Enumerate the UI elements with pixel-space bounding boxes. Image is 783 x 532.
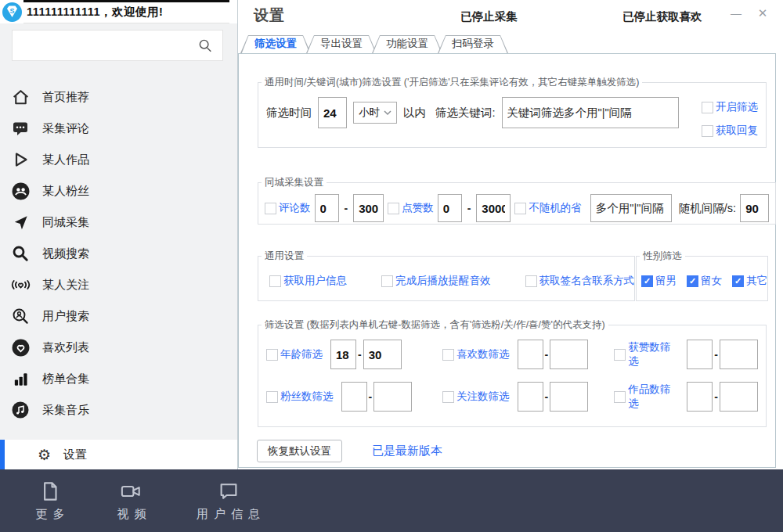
tab-function-settings[interactable]: 功能设置 (372, 35, 442, 53)
checkbox-box[interactable] (514, 203, 526, 214)
location-arrow-icon (9, 212, 31, 232)
status-collect: 已停止采集 (460, 9, 518, 24)
checkbox-box[interactable] (687, 275, 698, 287)
footer-item-video[interactable]: 视频 (110, 480, 153, 522)
footer-item-more[interactable]: 更多 (28, 480, 72, 522)
tab-export-settings[interactable]: 导出设置 (306, 35, 377, 53)
sidebar-item-fans[interactable]: 某人粉丝 (0, 175, 237, 207)
checkbox-box[interactable] (381, 275, 393, 287)
video-search-icon (9, 243, 31, 264)
keep-other-checkbox[interactable]: 其它 (732, 274, 767, 288)
restore-defaults-button[interactable]: 恢复默认设置 (257, 440, 342, 462)
checkbox-box[interactable] (641, 275, 653, 287)
checkbox-box[interactable] (388, 203, 399, 214)
page-title: 设置 (254, 5, 285, 26)
footer-item-user-info[interactable]: 用户信息 (191, 480, 265, 522)
sidebar: S 111111111111，欢迎使用! 首页推荐 采集评论 (0, 0, 238, 469)
general-settings-group: 通用设置 获取用户信息 完成后播放提醒音效 获取签名含联系方式 (258, 250, 635, 301)
praise-filter-checkbox[interactable] (614, 349, 626, 361)
signature-contact-checkbox[interactable]: 获取签名含联系方式 (525, 274, 635, 288)
works-filter-checkbox[interactable] (614, 391, 626, 403)
version-status-link[interactable]: 已是最新版本 (372, 444, 442, 458)
comment-min-input[interactable] (315, 194, 339, 222)
like-count-checkbox[interactable]: 点赞数 (388, 201, 434, 215)
fans-min-input[interactable] (341, 382, 367, 412)
panel-actions: 恢复默认设置 已是最新版本 (257, 440, 442, 462)
sidebar-item-music[interactable]: 采集音乐 (0, 394, 237, 426)
like-max-input[interactable] (476, 194, 511, 222)
works-max-input[interactable] (720, 382, 758, 412)
sidebar-search[interactable] (12, 30, 223, 61)
comment-max-input[interactable] (353, 194, 384, 222)
checkbox-box[interactable] (732, 275, 744, 287)
tab-qr-login[interactable]: 扫码登录 (438, 35, 508, 53)
sidebar-item-home[interactable]: 首页推荐 (0, 81, 237, 113)
close-button[interactable]: ✕ (753, 5, 772, 22)
like-count-filter-checkbox[interactable] (442, 349, 454, 361)
keep-female-checkbox[interactable]: 留女 (687, 274, 722, 288)
age-max-input[interactable] (363, 340, 402, 369)
time-unit-select[interactable]: 小时 (353, 102, 397, 124)
filter-time-label: 筛选时间 (266, 106, 312, 120)
titlebar-divider (23, 23, 229, 23)
sidebar-item-rankings[interactable]: 榜单合集 (0, 363, 237, 394)
sidebar-item-city[interactable]: 同城采集 (0, 207, 237, 238)
sidebar-item-comments[interactable]: 采集评论 (0, 113, 237, 144)
interval-input[interactable] (740, 194, 769, 222)
time-keyword-filter-group: 通用时间/关键词(城市)筛选设置 ('开启筛选'只在采集评论有效，其它右键菜单触… (258, 76, 767, 148)
footer-toolbar: 更多 视频 用户信息 (0, 469, 783, 532)
sidebar-item-likes-list[interactable]: 喜欢列表 (0, 332, 237, 363)
age-min-input[interactable] (330, 340, 356, 369)
checkbox-box[interactable] (265, 203, 276, 214)
checkbox-box[interactable] (525, 275, 537, 287)
sidebar-item-video-search[interactable]: 视频搜索 (0, 238, 237, 269)
minimize-button[interactable]: — (727, 5, 745, 22)
checkbox-box[interactable] (702, 102, 713, 113)
group-legend: 性别筛选 (640, 250, 685, 263)
province-input[interactable] (590, 194, 672, 222)
fixed-province-checkbox[interactable]: 不随机的省 (514, 201, 582, 215)
get-user-info-checkbox[interactable]: 获取用户信息 (269, 274, 347, 288)
checkbox-box[interactable] (269, 275, 281, 287)
sidebar-item-works[interactable]: 某人作品 (0, 144, 237, 175)
checkbox-box[interactable] (702, 125, 713, 137)
filter-time-input[interactable] (318, 97, 347, 128)
praise-min-input[interactable] (687, 340, 713, 369)
get-replies-checkbox[interactable]: 获取回复 (702, 124, 758, 138)
comment-count-checkbox[interactable]: 评论数 (265, 201, 311, 215)
keep-male-checkbox[interactable]: 留男 (641, 274, 677, 288)
chart-icon (9, 368, 31, 389)
like-count-max-input[interactable] (550, 340, 588, 369)
like-count-min-input[interactable] (518, 340, 543, 369)
group-legend: 通用设置 (262, 250, 307, 263)
svg-text:S: S (9, 7, 14, 15)
search-input[interactable] (13, 31, 197, 60)
praise-count-filter-range: 获赞数筛选 - (614, 340, 758, 369)
praise-max-input[interactable] (720, 340, 758, 369)
follow-max-input[interactable] (550, 382, 588, 412)
search-icon[interactable] (197, 38, 213, 53)
sidebar-item-follows[interactable]: 某人关注 (0, 269, 237, 300)
works-min-input[interactable] (687, 382, 713, 412)
fans-filter-checkbox[interactable] (266, 391, 278, 403)
fans-count-filter-range: 粉丝数筛选 - (266, 382, 442, 412)
like-min-input[interactable] (438, 194, 462, 222)
keyword-input[interactable] (502, 97, 679, 128)
fans-max-input[interactable] (373, 382, 412, 412)
follow-filter-checkbox[interactable] (442, 391, 454, 403)
comment-icon (9, 118, 31, 138)
sidebar-titlebar: S 111111111111，欢迎使用! (0, 0, 237, 23)
enable-filter-checkbox[interactable]: 开启筛选 (702, 100, 758, 114)
group-legend: 同城采集设置 (262, 176, 327, 189)
welcome-text: 111111111111，欢迎使用! (27, 5, 163, 20)
play-icon (9, 149, 31, 170)
group-legend: 筛选设置 (数据列表内单机右键-数据筛选，含有'筛选粉/关/作/喜/赞'的代表支… (262, 318, 608, 332)
age-filter-checkbox[interactable] (266, 349, 278, 361)
logo-gem-icon: S (2, 2, 22, 22)
sidebar-item-settings[interactable]: ⚙ 设置 (0, 440, 237, 469)
music-icon (9, 400, 31, 420)
sidebar-item-user-search[interactable]: 用户搜索 (0, 300, 237, 332)
play-sound-checkbox[interactable]: 完成后播放提醒音效 (381, 274, 491, 288)
follow-min-input[interactable] (518, 382, 543, 412)
tab-filter-settings[interactable]: 筛选设置 (240, 35, 311, 53)
